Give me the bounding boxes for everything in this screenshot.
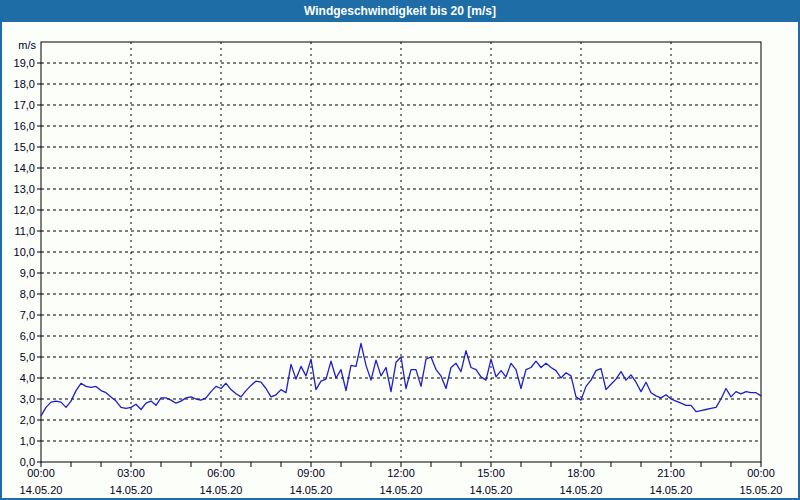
x-axis-date-label: 14.05.20 [560,484,603,496]
x-axis-time-label: 09:00 [297,467,325,479]
x-axis-date-label: 14.05.20 [200,484,243,496]
x-axis-date-label: 14.05.20 [380,484,423,496]
y-axis-label: 17,0 [14,99,35,111]
x-axis-date-label: 14.05.20 [290,484,333,496]
x-axis-time-label: 06:00 [207,467,235,479]
x-axis-time-label: 18:00 [567,467,595,479]
y-axis-label: 13,0 [14,183,35,195]
y-axis-label: 1,0 [20,435,35,447]
y-axis-label: 5,0 [20,351,35,363]
window-title: Windgeschwindigkeit bis 20 [m/s] [304,4,496,18]
y-axis-label: 15,0 [14,141,35,153]
x-axis-date-label: 14.05.20 [20,484,63,496]
x-axis-date-label: 14.05.20 [110,484,153,496]
x-axis-time-label: 03:00 [117,467,145,479]
x-axis-time-label: 12:00 [387,467,415,479]
y-axis-unit-label: m/s [18,39,36,51]
y-axis-label: 8,0 [20,288,35,300]
y-axis-label: 14,0 [14,162,35,174]
y-axis-label: 7,0 [20,309,35,321]
y-axis-label: 6,0 [20,330,35,342]
x-axis-time-label: 21:00 [657,467,685,479]
app-window: Windgeschwindigkeit bis 20 [m/s] 0,01,02… [0,0,800,500]
y-axis-label: 11,0 [14,225,35,237]
x-axis-time-label: 15:00 [477,467,505,479]
x-axis-date-label: 15.05.20 [740,484,783,496]
y-axis-label: 3,0 [20,393,35,405]
chart-area: 0,01,02,03,04,05,06,07,08,09,010,011,012… [2,22,798,498]
y-axis-label: 18,0 [14,78,35,90]
x-axis-date-label: 14.05.20 [650,484,693,496]
x-axis-time-label: 00:00 [27,467,55,479]
title-bar[interactable]: Windgeschwindigkeit bis 20 [m/s] [0,0,800,22]
wind-speed-chart: 0,01,02,03,04,05,06,07,08,09,010,011,012… [2,22,798,498]
x-axis-date-label: 14.05.20 [470,484,513,496]
y-axis-label: 12,0 [14,204,35,216]
y-axis-label: 4,0 [20,372,35,384]
y-axis-label: 16,0 [14,120,35,132]
y-axis-label: 2,0 [20,414,35,426]
y-axis-label: 10,0 [14,246,35,258]
y-axis-label: 9,0 [20,267,35,279]
y-axis-label: 19,0 [14,57,35,69]
x-axis-time-label: 00:00 [747,467,775,479]
